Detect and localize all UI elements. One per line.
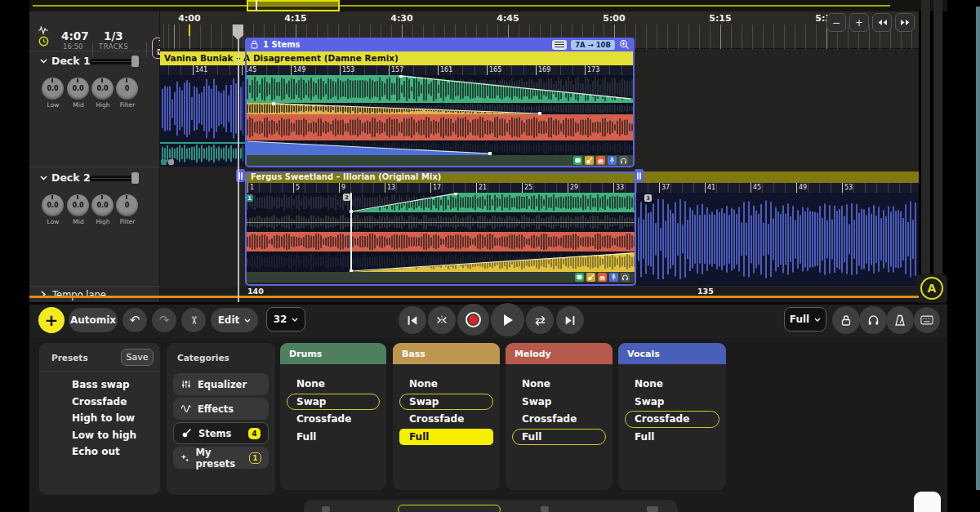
track2-waveform-region[interactable] bbox=[636, 193, 919, 286]
jump-to-playhead-button[interactable] bbox=[428, 306, 456, 334]
timeline-minimap[interactable] bbox=[29, 0, 947, 11]
tempo-automation-line[interactable] bbox=[29, 296, 919, 298]
preset-item[interactable]: Echo out bbox=[39, 443, 160, 461]
help-chat-button[interactable] bbox=[914, 492, 941, 512]
stems-menu-button[interactable] bbox=[552, 40, 567, 50]
view-mode-select[interactable]: Full bbox=[784, 307, 826, 332]
record-button[interactable] bbox=[457, 304, 489, 336]
slider-handle[interactable] bbox=[131, 56, 139, 67]
track1-waveform-region[interactable] bbox=[160, 75, 245, 167]
category-equalizer[interactable]: Equalizer bbox=[173, 373, 269, 395]
deck1-volume-slider[interactable] bbox=[90, 59, 139, 65]
add-button[interactable]: + bbox=[38, 307, 65, 333]
loop-button[interactable] bbox=[526, 306, 554, 334]
grid-size-select[interactable]: 32 bbox=[266, 307, 305, 332]
bass-stem-icon[interactable] bbox=[585, 156, 594, 165]
bass-option[interactable]: Swap bbox=[399, 394, 493, 411]
cut-button[interactable]: ✂ bbox=[181, 308, 206, 332]
block2-right-handle[interactable] bbox=[635, 169, 644, 182]
zoom-out-button[interactable]: − bbox=[826, 13, 846, 32]
deck1-low-knob[interactable]: 0.0 bbox=[42, 78, 64, 100]
stems-block1-header[interactable]: 1 Stems 7A → 10B bbox=[245, 38, 635, 51]
melody-option[interactable]: None bbox=[512, 376, 606, 393]
playhead-line[interactable] bbox=[238, 39, 239, 302]
stems-block1-lanes[interactable] bbox=[247, 75, 633, 155]
track2-beat-ruler[interactable]: 1591317212529333741454953 bbox=[245, 183, 919, 193]
track2-title-bar[interactable]: Fergus Sweetland – Illorian (Original Mi… bbox=[245, 171, 919, 183]
bottom-icon[interactable] bbox=[322, 506, 330, 512]
rewind-button[interactable] bbox=[872, 13, 892, 32]
deck2-mid-knob[interactable]: 0.0 bbox=[67, 194, 89, 216]
track1-title-bar[interactable]: Vanina Buniak – A Disagreement (Damne Re… bbox=[160, 51, 635, 65]
melody-option[interactable]: Full bbox=[512, 429, 606, 446]
key-transition-badge[interactable]: 7A → 10B bbox=[571, 40, 615, 50]
drums-option[interactable]: Full bbox=[287, 429, 380, 446]
deck2-high-knob[interactable]: 0.0 bbox=[91, 194, 114, 216]
keyboard-shortcuts-button[interactable] bbox=[914, 307, 940, 333]
lock-button[interactable] bbox=[832, 306, 860, 334]
drums-stem-icon[interactable] bbox=[573, 156, 582, 165]
tempo-lane-toggle[interactable]: Tempo lane bbox=[29, 286, 160, 302]
deck2-volume-slider[interactable] bbox=[90, 176, 139, 181]
preset-item[interactable]: Bass swap bbox=[39, 376, 160, 394]
chevron-down-icon[interactable] bbox=[40, 59, 47, 64]
stems-block2-lanes[interactable] bbox=[247, 193, 635, 272]
deck2-filter-knob[interactable]: 0 bbox=[116, 194, 138, 216]
monitor-stem-icon[interactable] bbox=[619, 156, 628, 165]
drums-option[interactable]: None bbox=[287, 376, 380, 393]
drums-stem-icon[interactable] bbox=[575, 273, 584, 282]
preset-item[interactable]: Crossfade bbox=[39, 394, 160, 411]
track1-beat-ruler[interactable]: 141145149153157161165169173177 bbox=[160, 65, 635, 75]
cue-marker-2[interactable]: 2 bbox=[343, 194, 350, 201]
drums-option[interactable]: Swap bbox=[287, 394, 380, 411]
bass-option[interactable]: None bbox=[399, 376, 493, 393]
automation-envelopes[interactable] bbox=[247, 75, 633, 155]
bottom-icon[interactable] bbox=[647, 506, 658, 512]
bass-option[interactable]: Crossfade bbox=[399, 411, 493, 428]
scroll-gutter-bar[interactable] bbox=[921, 0, 930, 276]
minimap-playhead[interactable] bbox=[256, 0, 257, 11]
cue-marker[interactable] bbox=[161, 159, 167, 165]
melody-stem-icon[interactable] bbox=[596, 156, 605, 165]
vocals-option[interactable]: None bbox=[625, 376, 719, 393]
drums-option[interactable]: Crossfade bbox=[287, 411, 380, 428]
zoom-to-fit-icon[interactable] bbox=[619, 39, 630, 50]
undo-button[interactable]: ↶ bbox=[122, 308, 147, 332]
scroll-gutter-bar[interactable] bbox=[933, 0, 942, 276]
vocals-option[interactable]: Crossfade bbox=[625, 411, 719, 428]
edit-menu-button[interactable]: Edit bbox=[211, 308, 258, 332]
tempo-end-value[interactable]: 135 bbox=[697, 287, 714, 296]
bottom-selected-pill[interactable] bbox=[398, 505, 501, 512]
cue-marker-1[interactable]: 1 bbox=[246, 194, 253, 202]
vocals-option[interactable]: Swap bbox=[625, 394, 719, 411]
play-button[interactable] bbox=[491, 303, 524, 336]
tempo-start-value[interactable]: 140 bbox=[247, 287, 264, 296]
bass-option[interactable]: Full bbox=[399, 429, 493, 446]
category-my-presets[interactable]: My presets 1 bbox=[173, 447, 269, 469]
minimap-viewport[interactable] bbox=[247, 0, 340, 11]
category-effects[interactable]: Effects bbox=[173, 398, 269, 420]
automation-envelopes[interactable] bbox=[247, 193, 635, 272]
melody-option[interactable]: Swap bbox=[512, 394, 606, 411]
deck2-low-knob[interactable]: 0.0 bbox=[42, 194, 64, 216]
skip-start-button[interactable] bbox=[399, 306, 426, 334]
melody-option[interactable]: Crossfade bbox=[512, 411, 606, 428]
preset-item[interactable]: High to low bbox=[39, 410, 160, 427]
melody-stem-icon[interactable] bbox=[598, 273, 607, 282]
automix-button[interactable]: Automix bbox=[69, 308, 118, 332]
deck2-playhead[interactable] bbox=[350, 193, 352, 272]
bottom-icon[interactable] bbox=[541, 506, 549, 512]
slider-handle[interactable] bbox=[131, 172, 139, 184]
cue-marker[interactable] bbox=[168, 159, 174, 165]
vocals-stem-icon[interactable] bbox=[609, 273, 618, 282]
vocals-option[interactable]: Full bbox=[625, 429, 719, 446]
monitor-stem-icon[interactable] bbox=[621, 273, 630, 282]
tempo-lane[interactable]: 140 135 bbox=[160, 287, 919, 302]
redo-button[interactable]: ↷ bbox=[152, 308, 176, 332]
fast-forward-button[interactable] bbox=[895, 13, 915, 32]
deck1-mid-knob[interactable]: 0.0 bbox=[67, 78, 89, 100]
vocals-stem-icon[interactable] bbox=[608, 156, 617, 165]
deck1-high-knob[interactable]: 0.0 bbox=[91, 78, 114, 100]
zoom-in-button[interactable]: + bbox=[849, 13, 869, 32]
cue-headphones-button[interactable] bbox=[859, 306, 887, 334]
